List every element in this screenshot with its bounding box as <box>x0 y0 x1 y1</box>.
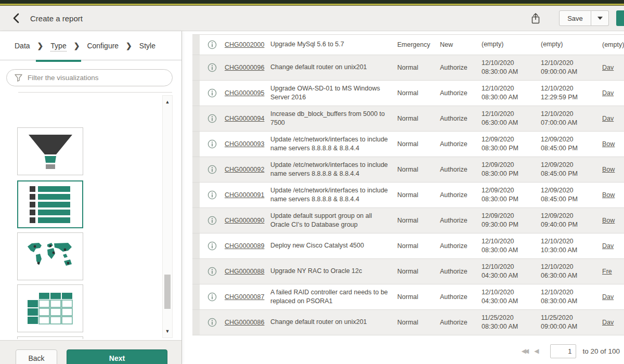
first-page-icon[interactable]: ◀◀ <box>522 347 527 355</box>
priority-cell: Normal <box>397 115 440 122</box>
change-number-link[interactable]: CHG0000086 <box>225 319 270 326</box>
assigned-to-link[interactable]: Bow <box>602 140 624 148</box>
table-row[interactable]: CHG0000088 Upgrade NY RAC to Oracle 12c … <box>192 259 624 284</box>
info-icon[interactable] <box>207 190 217 200</box>
info-icon[interactable] <box>207 241 217 251</box>
assigned-to-link[interactable]: Fre <box>602 268 624 275</box>
viz-type-map[interactable] <box>17 232 83 280</box>
tab-style[interactable]: Style <box>139 42 155 50</box>
priority-cell: Normal <box>397 140 440 148</box>
table-row[interactable]: CHG0000091 Update /etc/network/interface… <box>192 183 624 208</box>
save-menu-button[interactable] <box>591 10 609 26</box>
chevron-left-icon <box>12 13 20 23</box>
row-gutter <box>192 106 200 131</box>
start-date-cell: 12/09/2020 09:30:00 PM <box>482 212 541 230</box>
change-number-link[interactable]: CHG0000094 <box>225 115 270 122</box>
info-icon[interactable] <box>207 165 217 174</box>
row-gutter <box>192 157 200 182</box>
table-row[interactable]: CHG0002000 Upgrade MySql 5.6 to 5.7 Emer… <box>192 34 624 55</box>
assigned-to-link[interactable]: Dav <box>602 64 624 71</box>
info-icon[interactable] <box>207 318 217 327</box>
page-title: Create a report <box>30 14 83 23</box>
short-description-cell: Change default router on unix201 <box>270 63 397 72</box>
app-header: Create a report Save <box>0 6 624 31</box>
start-date-cell: 12/09/2020 08:30:00 PM <box>482 186 541 204</box>
change-number-link[interactable]: CHG0000093 <box>225 140 270 148</box>
tab-type[interactable]: Type <box>50 42 66 50</box>
end-date-cell: 12/10/2020 09:00:00 AM <box>541 59 602 77</box>
table-row[interactable]: CHG0000092 Update /etc/network/interface… <box>192 157 624 183</box>
end-date-cell: 12/09/2020 09:40:00 PM <box>541 212 602 230</box>
start-date-cell: 12/10/2020 08:30:00 AM <box>482 59 541 77</box>
short-description-cell: Upgrade OWA-SD-01 to MS Windows Server 2… <box>270 84 397 102</box>
info-icon[interactable] <box>207 88 217 98</box>
info-icon[interactable] <box>207 216 217 225</box>
back-chevron-button[interactable] <box>9 11 23 25</box>
viz-list-scrollbar[interactable]: ▲ ▼ <box>162 95 173 338</box>
assigned-to-link[interactable]: Bow <box>602 217 624 224</box>
priority-cell: Emergency <box>397 41 440 48</box>
assigned-to-link: (empty) <box>602 41 624 48</box>
assigned-to-link[interactable]: Dav <box>602 319 624 326</box>
viz-type-pyramid[interactable] <box>17 336 83 339</box>
scroll-down-icon[interactable]: ▼ <box>163 327 172 335</box>
info-icon[interactable] <box>207 292 217 302</box>
run-button[interactable] <box>616 10 624 26</box>
share-button[interactable] <box>528 10 543 26</box>
table-row[interactable]: CHG0000093 Update /etc/network/interface… <box>192 132 624 157</box>
table-row[interactable]: CHG0000094 Increase db_block_buffers fro… <box>192 106 624 132</box>
change-number-link[interactable]: CHG0000089 <box>225 242 270 250</box>
page-number-input[interactable] <box>550 344 576 358</box>
assigned-to-link[interactable]: Dav <box>602 115 624 122</box>
table-row[interactable]: CHG0000087 A failed RAID controller card… <box>192 284 624 310</box>
row-gutter <box>192 310 200 335</box>
info-icon[interactable] <box>207 63 217 72</box>
change-number-link[interactable]: CHG0000090 <box>225 217 270 224</box>
state-cell: Authorize <box>440 242 482 250</box>
back-button[interactable]: Back <box>16 349 57 364</box>
state-cell: Authorize <box>440 191 482 199</box>
scrollbar-thumb[interactable] <box>164 275 171 309</box>
assigned-to-link[interactable]: Bow <box>602 166 624 173</box>
start-date-cell: 12/09/2020 08:30:00 PM <box>482 161 541 179</box>
table-row[interactable]: CHG0000096 Change default router on unix… <box>192 55 624 81</box>
priority-cell: Normal <box>397 166 440 173</box>
change-number-link[interactable]: CHG0000096 <box>225 64 270 71</box>
save-button[interactable]: Save <box>559 10 591 26</box>
change-number-link[interactable]: CHG0002000 <box>225 41 270 48</box>
report-wizard-panel: Data ❯ Type ❯ Configure ❯ Style <box>0 31 182 364</box>
info-icon[interactable] <box>207 267 217 276</box>
assigned-to-link[interactable]: Bow <box>602 191 624 199</box>
assigned-to-link[interactable]: Dav <box>602 293 624 301</box>
change-number-link[interactable]: CHG0000092 <box>225 166 270 173</box>
change-number-link[interactable]: CHG0000095 <box>225 89 270 97</box>
visualization-filter-input[interactable] <box>6 69 173 86</box>
assigned-to-link[interactable]: Dav <box>602 242 624 250</box>
tab-data[interactable]: Data <box>15 42 30 50</box>
viz-type-list[interactable] <box>17 180 83 228</box>
start-date-cell: 11/25/2020 08:30:00 AM <box>482 314 541 332</box>
table-row[interactable]: CHG0000090 Update default support group … <box>192 208 624 233</box>
viz-type-funnel[interactable] <box>17 127 83 175</box>
end-date-cell: (empty) <box>541 40 602 49</box>
priority-cell: Normal <box>397 319 440 326</box>
end-date-cell: 12/10/2020 06:30:00 AM <box>541 263 602 281</box>
table-row[interactable]: CHG0000089 Deploy new Cisco Catalyst 450… <box>192 233 624 259</box>
pagination-total-wrap: 100 <box>608 347 620 355</box>
change-number-link[interactable]: CHG0000087 <box>225 293 270 301</box>
tab-configure[interactable]: Configure <box>87 42 119 50</box>
table-row[interactable]: CHG0000095 Upgrade OWA-SD-01 to MS Windo… <box>192 81 624 106</box>
short-description-cell: Update /etc/network/interfaces to includ… <box>270 135 397 153</box>
info-icon[interactable] <box>207 139 217 149</box>
info-icon[interactable] <box>207 40 217 49</box>
info-icon[interactable] <box>207 114 217 123</box>
assigned-to-link[interactable]: Dav <box>602 89 624 97</box>
scroll-up-icon[interactable]: ▲ <box>163 98 172 106</box>
table-row[interactable]: CHG0000086 Change default router on unix… <box>192 310 624 335</box>
next-button[interactable]: Next <box>67 349 167 364</box>
viz-type-pivot-table[interactable] <box>17 284 83 332</box>
chevron-right-icon: ❯ <box>37 42 44 50</box>
change-number-link[interactable]: CHG0000091 <box>225 191 270 199</box>
previous-page-icon[interactable]: ◀ <box>534 347 539 355</box>
change-number-link[interactable]: CHG0000088 <box>225 268 270 275</box>
